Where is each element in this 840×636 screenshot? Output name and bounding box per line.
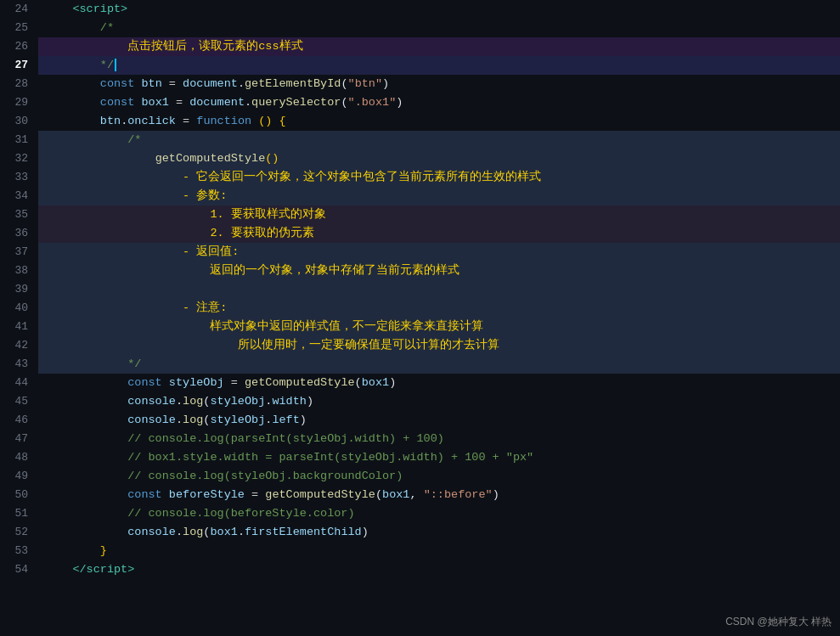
line-num-27: 27 xyxy=(0,56,38,75)
line-content-50: const beforeStyle = getComputedStyle(box… xyxy=(38,486,840,504)
line-num-50: 50 xyxy=(0,486,38,504)
line-num-48: 48 xyxy=(0,448,38,467)
code-line-24: 24 <script> xyxy=(0,0,840,19)
code-line-41: 41 样式对象中返回的样式值，不一定能来拿来直接计算 xyxy=(0,318,840,336)
code-editor: 24 <script> 25 /* 26 点击按钮后，读取元素的css样式 27… xyxy=(0,0,840,636)
line-num-31: 31 xyxy=(0,131,38,149)
line-num-53: 53 xyxy=(0,542,38,560)
watermark: CSDN @她种复大 样热 xyxy=(725,615,832,629)
line-num-47: 47 xyxy=(0,430,38,448)
line-num-28: 28 xyxy=(0,75,38,93)
line-num-39: 39 xyxy=(0,280,38,299)
code-line-43: 43 */ xyxy=(0,355,840,374)
line-content-24: <script> xyxy=(38,0,840,19)
line-content-48: // box1.style.width = parseInt(styleObj.… xyxy=(38,448,840,467)
code-line-39: 39 xyxy=(0,280,840,299)
line-content-43: */ xyxy=(38,355,840,374)
line-content-29: const box1 = document.querySelector(".bo… xyxy=(38,93,840,112)
line-content-34: - 参数: xyxy=(38,187,840,205)
line-num-25: 25 xyxy=(0,19,38,37)
line-num-35: 35 xyxy=(0,205,38,224)
line-num-40: 40 xyxy=(0,299,38,318)
line-content-26: 点击按钮后，读取元素的css样式 xyxy=(38,37,840,56)
code-line-26: 26 点击按钮后，读取元素的css样式 xyxy=(0,37,840,56)
code-line-25: 25 /* xyxy=(0,19,840,37)
code-line-42: 42 所以使用时，一定要确保值是可以计算的才去计算 xyxy=(0,336,840,355)
code-line-45: 45 console.log(styleObj.width) xyxy=(0,392,840,411)
line-num-41: 41 xyxy=(0,318,38,336)
code-line-29: 29 const box1 = document.querySelector("… xyxy=(0,93,840,112)
line-content-52: console.log(box1.firstElementChild) xyxy=(38,523,840,542)
line-num-33: 33 xyxy=(0,168,38,187)
line-content-30: btn.onclick = function () { xyxy=(38,112,840,131)
line-content-27: */ xyxy=(38,56,840,75)
code-line-35: 35 1. 要获取样式的对象 xyxy=(0,205,840,224)
line-num-43: 43 xyxy=(0,355,38,374)
line-num-29: 29 xyxy=(0,93,38,112)
line-content-38: 返回的一个对象，对象中存储了当前元素的样式 xyxy=(38,262,840,280)
line-content-31: /* xyxy=(38,131,840,149)
code-line-54: 54 </script> xyxy=(0,560,840,579)
line-num-49: 49 xyxy=(0,467,38,486)
code-line-46: 46 console.log(styleObj.left) xyxy=(0,411,840,430)
code-line-51: 51 // console.log(beforeStyle.color) xyxy=(0,504,840,523)
line-content-51: // console.log(beforeStyle.color) xyxy=(38,504,840,523)
line-num-34: 34 xyxy=(0,187,38,205)
line-content-49: // console.log(styleObj.backgroundColor) xyxy=(38,467,840,486)
line-content-33: - 它会返回一个对象，这个对象中包含了当前元素所有的生效的样式 xyxy=(38,168,840,187)
code-line-38: 38 返回的一个对象，对象中存储了当前元素的样式 xyxy=(0,262,840,280)
line-content-39 xyxy=(38,280,840,299)
code-line-27: 27 */ xyxy=(0,56,840,75)
line-content-44: const styleObj = getComputedStyle(box1) xyxy=(38,374,840,392)
line-num-54: 54 xyxy=(0,560,38,579)
code-line-52: 52 console.log(box1.firstElementChild) xyxy=(0,523,840,542)
code-line-53: 53 } xyxy=(0,542,840,560)
code-line-31: 31 /* xyxy=(0,131,840,149)
line-num-46: 46 xyxy=(0,411,38,430)
line-content-42: 所以使用时，一定要确保值是可以计算的才去计算 xyxy=(38,336,840,355)
line-content-25: /* xyxy=(38,19,840,37)
line-content-45: console.log(styleObj.width) xyxy=(38,392,840,411)
code-line-30: 30 btn.onclick = function () { xyxy=(0,112,840,131)
line-num-52: 52 xyxy=(0,523,38,542)
line-content-54: </script> xyxy=(38,560,840,579)
code-line-34: 34 - 参数: xyxy=(0,187,840,205)
line-num-45: 45 xyxy=(0,392,38,411)
line-num-36: 36 xyxy=(0,224,38,243)
line-num-42: 42 xyxy=(0,336,38,355)
code-line-28: 28 const btn = document.getElementById("… xyxy=(0,75,840,93)
line-content-32: getComputedStyle() xyxy=(38,149,840,168)
code-line-32: 32 getComputedStyle() xyxy=(0,149,840,168)
code-line-50: 50 const beforeStyle = getComputedStyle(… xyxy=(0,486,840,504)
code-line-37: 37 - 返回值: xyxy=(0,243,840,262)
line-num-51: 51 xyxy=(0,504,38,523)
code-line-44: 44 const styleObj = getComputedStyle(box… xyxy=(0,374,840,392)
code-line-36: 36 2. 要获取的伪元素 xyxy=(0,224,840,243)
line-num-32: 32 xyxy=(0,149,38,168)
line-content-41: 样式对象中返回的样式值，不一定能来拿来直接计算 xyxy=(38,318,840,336)
code-line-48: 48 // box1.style.width = parseInt(styleO… xyxy=(0,448,840,467)
line-content-47: // console.log(parseInt(styleObj.width) … xyxy=(38,430,840,448)
line-num-24: 24 xyxy=(0,0,38,19)
line-num-30: 30 xyxy=(0,112,38,131)
line-num-37: 37 xyxy=(0,243,38,262)
code-line-49: 49 // console.log(styleObj.backgroundCol… xyxy=(0,467,840,486)
line-content-37: - 返回值: xyxy=(38,243,840,262)
line-num-38: 38 xyxy=(0,262,38,280)
line-content-36: 2. 要获取的伪元素 xyxy=(38,224,840,243)
line-content-28: const btn = document.getElementById("btn… xyxy=(38,75,840,93)
line-num-44: 44 xyxy=(0,374,38,392)
line-content-46: console.log(styleObj.left) xyxy=(38,411,840,430)
code-line-47: 47 // console.log(parseInt(styleObj.widt… xyxy=(0,430,840,448)
line-content-40: - 注意: xyxy=(38,299,840,318)
line-content-53: } xyxy=(38,542,840,560)
line-content-35: 1. 要获取样式的对象 xyxy=(38,205,840,224)
code-line-33: 33 - 它会返回一个对象，这个对象中包含了当前元素所有的生效的样式 xyxy=(0,168,840,187)
line-num-26: 26 xyxy=(0,37,38,56)
code-line-40: 40 - 注意: xyxy=(0,299,840,318)
